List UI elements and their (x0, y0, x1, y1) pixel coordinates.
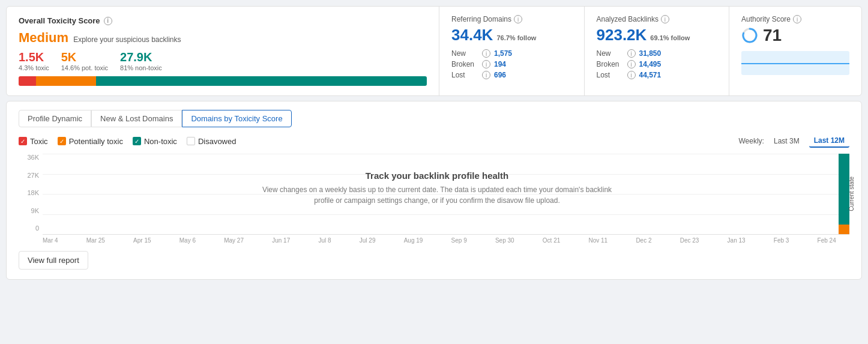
y-label-9k: 9K (19, 207, 39, 214)
referring-main-value: 34.4K 76.7% follow (451, 26, 572, 44)
referring-domains-title: Referring Domains i (451, 15, 572, 23)
filter-pot-toxic[interactable]: ✓ Potentially toxic (58, 137, 123, 146)
analyzed-backlinks-panel: Analyzed Backlinks i 923.2K 69.1% follow… (585, 7, 730, 95)
bar-orange (36, 76, 96, 86)
x-jan13: Jan 13 (728, 237, 746, 244)
chart-overlay: Track your backlink profile health View … (43, 154, 831, 222)
authority-info-icon[interactable]: i (793, 15, 801, 23)
referring-domains-panel: Referring Domains i 34.4K 76.7% follow N… (439, 7, 585, 95)
y-labels: 36K 27K 18K 9K 0 (19, 154, 39, 232)
x-jul8: Jul 8 (318, 237, 331, 244)
y-label-18k: 18K (19, 189, 39, 196)
analyzed-backlinks-title: Analyzed Backlinks i (597, 15, 717, 23)
filter-disavowed[interactable]: Disavowed (187, 137, 237, 146)
bar-teal (96, 76, 427, 86)
x-mar4: Mar 4 (43, 237, 58, 244)
new-info-icon[interactable]: i (482, 49, 490, 58)
time-btn-3m[interactable]: Last 3M (769, 135, 804, 147)
toxic-label: Toxic (30, 137, 48, 146)
tabs-row: Profile Dynamic New & Lost Domains Domai… (19, 110, 849, 127)
score-non-toxic-value: 27.9K (120, 50, 162, 64)
tab-profile-dynamic[interactable]: Profile Dynamic (19, 110, 91, 127)
disavowed-checkbox[interactable] (187, 137, 195, 145)
score-non-toxic: 27.9K 81% non-toxic (120, 50, 162, 71)
x-sep9: Sep 9 (451, 237, 467, 244)
referring-rows: New i 1,575 Broken i 194 Lost i 696 (451, 49, 572, 79)
toxicity-level: Medium (19, 30, 68, 46)
right-panels: Referring Domains i 34.4K 76.7% follow N… (439, 7, 861, 95)
chart-container: 36K 27K 18K 9K 0 Track your backlink pro… (43, 154, 849, 244)
lost-info-icon[interactable]: i (482, 71, 490, 79)
x-labels: Mar 4 Mar 25 Apr 15 May 6 May 27 Jun 17 … (43, 235, 849, 244)
time-label: Weekly: (738, 137, 764, 145)
tab-domains-toxicity[interactable]: Domains by Toxicity Score (182, 110, 291, 127)
y-label-27k: 27K (19, 172, 39, 179)
y-label-0: 0 (19, 225, 39, 232)
score-toxic-label: 4.3% toxic (19, 64, 49, 71)
chart-overlay-text: View changes on a weekly basis up to the… (257, 184, 617, 206)
score-pot-toxic-value: 5K (61, 50, 108, 64)
bar-red (19, 76, 36, 86)
progress-bar: ❯ (19, 76, 427, 86)
filter-toxic[interactable]: ✓ Toxic (19, 137, 48, 146)
filters-row: ✓ Toxic ✓ Potentially toxic ✓ Non-toxic … (19, 134, 849, 148)
analyzed-main-value: 923.2K 69.1% follow (597, 26, 717, 44)
x-jun17: Jun 17 (272, 237, 290, 244)
x-sep30: Sep 30 (495, 237, 514, 244)
pot-toxic-checkbox[interactable]: ✓ (58, 137, 66, 145)
toxicity-info-icon[interactable]: i (104, 17, 112, 25)
score-toxic-value: 1.5K (19, 50, 49, 64)
score-row: 1.5K 4.3% toxic 5K 14.6% pot. toxic 27.9… (19, 50, 427, 71)
authority-sparkline (741, 51, 849, 75)
authority-title: Authority Score i (741, 15, 849, 23)
analyzed-info-icon[interactable]: i (661, 15, 669, 23)
bottom-section: Profile Dynamic New & Lost Domains Domai… (6, 101, 862, 280)
score-toxic: 1.5K 4.3% toxic (19, 50, 49, 71)
x-oct21: Oct 21 (543, 237, 560, 244)
toxicity-panel: Overall Toxicity Score i Medium Explore … (7, 7, 439, 95)
authority-value: 71 (763, 26, 782, 45)
x-apr15: Apr 15 (133, 237, 151, 244)
main-container: Overall Toxicity Score i Medium Explore … (6, 6, 862, 280)
score-pot-toxic-label: 14.6% pot. toxic (61, 64, 108, 71)
toxicity-explore[interactable]: Explore your suspicious backlinks (73, 35, 181, 44)
referring-broken-row: Broken i 194 (451, 60, 572, 68)
score-non-toxic-label: 81% non-toxic (120, 64, 162, 71)
analyzed-lost-info[interactable]: i (627, 71, 636, 79)
non-toxic-checkbox[interactable]: ✓ (133, 137, 141, 145)
top-section: Overall Toxicity Score i Medium Explore … (6, 6, 862, 96)
toxic-checkbox[interactable]: ✓ (19, 137, 27, 145)
authority-score-panel: Authority Score i 71 (729, 7, 861, 95)
referring-new-row: New i 1,575 (451, 49, 572, 58)
checkboxes: ✓ Toxic ✓ Potentially toxic ✓ Non-toxic … (19, 137, 236, 146)
x-feb24: Feb 24 (818, 237, 836, 244)
view-report-button[interactable]: View full report (19, 251, 88, 270)
score-pot-toxic: 5K 14.6% pot. toxic (61, 50, 108, 71)
analyzed-broken-row: Broken i 14,495 (597, 60, 717, 68)
current-state-label-container: Current state (848, 154, 854, 234)
x-mar25: Mar 25 (86, 237, 105, 244)
referring-lost-row: Lost i 696 (451, 71, 572, 79)
time-btn-12m[interactable]: Last 12M (809, 134, 849, 148)
sparkline-line (741, 63, 849, 64)
analyzed-new-info[interactable]: i (627, 49, 636, 58)
filter-non-toxic[interactable]: ✓ Non-toxic (133, 137, 177, 146)
authority-score-row: 71 (741, 26, 849, 45)
chart-area: Track your backlink profile health View … (43, 154, 849, 235)
x-may6: May 6 (179, 237, 196, 244)
tab-new-lost-domains[interactable]: New & Lost Domains (91, 110, 182, 127)
analyzed-broken-info[interactable]: i (627, 60, 636, 68)
x-aug19: Aug 19 (404, 237, 423, 244)
toxicity-title-text: Overall Toxicity Score (19, 16, 100, 25)
non-toxic-label: Non-toxic (144, 137, 177, 146)
broken-info-icon[interactable]: i (482, 60, 490, 68)
toxicity-level-row: Medium Explore your suspicious backlinks (19, 30, 427, 46)
analyzed-rows: New i 31,850 Broken i 14,495 Lost i 44,5… (597, 49, 717, 79)
time-controls: Weekly: Last 3M Last 12M (738, 134, 849, 148)
x-may27: May 27 (224, 237, 244, 244)
current-state-label: Current state (848, 177, 855, 211)
x-feb3: Feb 3 (774, 237, 789, 244)
x-dec23: Dec 23 (680, 237, 699, 244)
y-label-36k: 36K (19, 154, 39, 161)
referring-info-icon[interactable]: i (514, 15, 522, 23)
